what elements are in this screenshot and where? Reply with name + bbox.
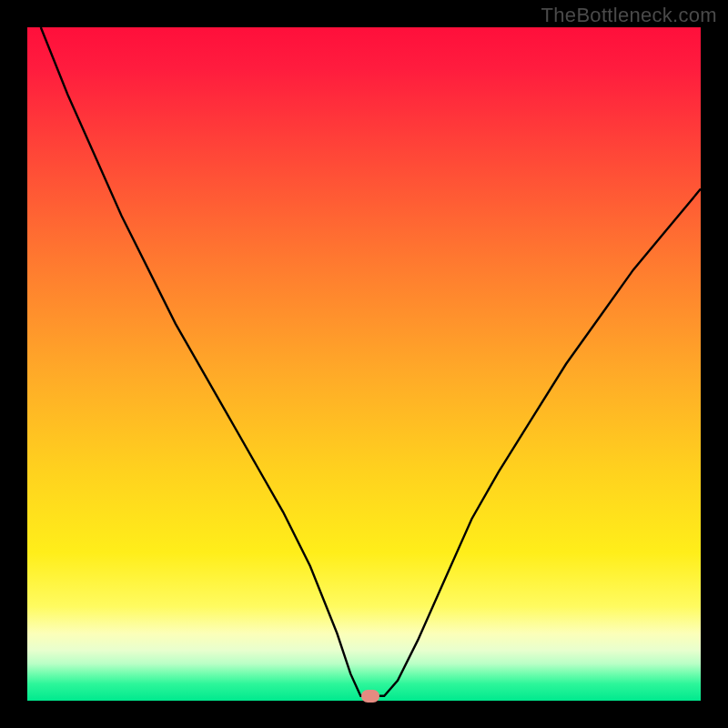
watermark-text: TheBottleneck.com [541, 4, 717, 27]
curve-svg [27, 27, 701, 701]
plot-area [27, 27, 701, 701]
bottleneck-curve [41, 27, 701, 696]
optimal-point-marker [361, 690, 379, 703]
chart-container: TheBottleneck.com [0, 0, 728, 728]
